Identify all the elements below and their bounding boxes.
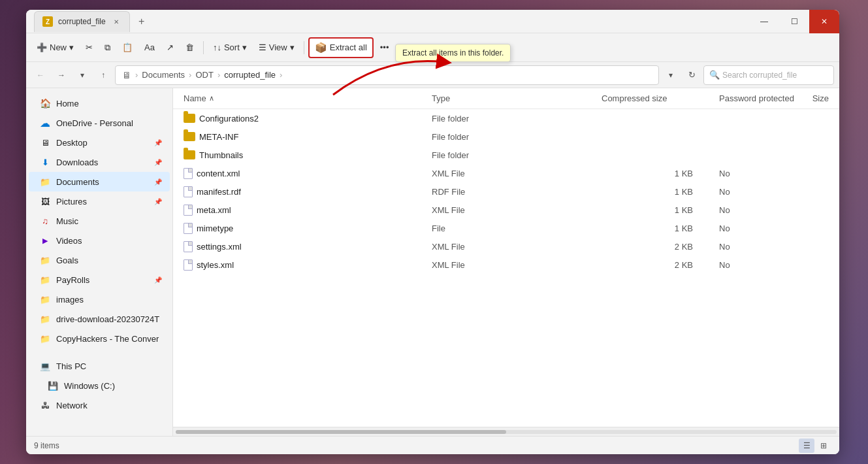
delete-button[interactable]: 🗑 <box>180 37 199 58</box>
file-type-cell: XML File <box>432 205 602 215</box>
extract-all-button[interactable]: 📦 Extract all <box>308 37 374 58</box>
table-row[interactable]: settings.xml XML File 2 KB No <box>173 237 839 256</box>
col-header-type[interactable]: Type <box>432 93 602 103</box>
main-content: Home OneDrive - Personal Desktop 📌 Downl… <box>26 88 839 436</box>
sidebar-item-goals[interactable]: Goals <box>29 250 170 270</box>
file-password-cell: No <box>719 260 811 270</box>
tab-folder-icon: Z <box>42 16 53 27</box>
table-row[interactable]: mimetype File 1 KB No <box>173 219 839 237</box>
table-row[interactable]: META-INF File folder <box>173 127 839 146</box>
windowsc-icon <box>47 380 59 391</box>
file-compressed-cell: 1 KB <box>602 187 719 197</box>
tab-bar: Z corrupted_file ✕ + <box>34 10 749 33</box>
table-row[interactable]: content.xml XML File 1 KB No <box>173 164 839 182</box>
table-row[interactable]: Configurations2 File folder <box>173 109 839 127</box>
file-name-cell: content.xml <box>184 168 432 179</box>
sidebar-item-downloads[interactable]: Downloads 📌 <box>29 152 170 172</box>
file-name-cell: styles.xml <box>184 259 432 271</box>
file-type-cell: RDF File <box>432 187 602 197</box>
sidebar-item-windowsc[interactable]: Windows (C:) <box>29 376 170 395</box>
file-doc-icon <box>184 186 193 197</box>
sidebar-item-documents[interactable]: Documents 📌 <box>29 172 170 191</box>
folder-icon <box>184 114 195 123</box>
item-count: 9 items <box>34 441 59 450</box>
tab-close-button[interactable]: ✕ <box>111 16 121 27</box>
desktop-icon <box>39 137 51 148</box>
list-view-button[interactable]: ☰ <box>799 439 814 453</box>
table-row[interactable]: styles.xml XML File 2 KB No <box>173 256 839 274</box>
h-scroll-thumb[interactable] <box>176 430 506 434</box>
file-name-cell: Thumbnails <box>184 150 432 160</box>
file-list-header: Name ∧ Type Compressed size Password pro… <box>173 88 839 109</box>
pin-pictures: 📌 <box>154 198 162 205</box>
file-list: Configurations2 File folder META-INF Fil… <box>173 109 839 427</box>
file-type-cell: File <box>432 224 602 233</box>
sidebar-label-goals: Goals <box>56 256 162 265</box>
sidebar-item-network[interactable]: Network <box>29 395 170 415</box>
sidebar-item-desktop[interactable]: Desktop 📌 <box>29 133 170 152</box>
file-compressed-cell: 2 KB <box>602 242 719 252</box>
breadcrumb-documents[interactable]: Documents <box>142 70 185 80</box>
pin-desktop: 📌 <box>154 139 162 146</box>
dropdown-button[interactable]: ▾ <box>73 66 91 84</box>
cut-icon: ✂ <box>86 42 93 52</box>
sidebar-item-videos[interactable]: Videos <box>29 231 170 250</box>
sidebar-item-onedrive[interactable]: OneDrive - Personal <box>29 113 170 133</box>
h-scrollbar[interactable] <box>173 427 839 436</box>
back-button[interactable]: ← <box>31 66 50 84</box>
paste-button[interactable]: 📋 <box>117 37 138 58</box>
sidebar-item-pictures[interactable]: Pictures 📌 <box>29 191 170 211</box>
table-row[interactable]: manifest.rdf RDF File 1 KB No <box>173 182 839 201</box>
sort-button[interactable]: ↑↓ Sort ▾ <box>208 37 252 58</box>
minimize-button[interactable]: — <box>749 10 779 33</box>
breadcrumb-odt[interactable]: ODT <box>195 70 213 80</box>
col-header-compressed[interactable]: Compressed size <box>602 93 719 103</box>
up-button[interactable]: ↑ <box>94 66 112 84</box>
sidebar-item-thispc[interactable]: This PC <box>29 356 170 376</box>
file-type-cell: File folder <box>432 132 602 142</box>
sidebar-item-music[interactable]: Music <box>29 211 170 231</box>
address-input[interactable]: 🖥 › Documents › ODT › corrupted_file › <box>115 65 659 85</box>
cut-button[interactable]: ✂ <box>80 37 98 58</box>
new-tab-button[interactable]: + <box>133 12 151 31</box>
file-password-cell: No <box>719 242 811 252</box>
h-scroll-track[interactable] <box>176 430 837 434</box>
grid-view-button[interactable]: ⊞ <box>816 439 831 453</box>
file-type-cell: XML File <box>432 169 602 178</box>
file-doc-icon <box>184 205 193 216</box>
paste-icon: 📋 <box>122 42 133 52</box>
sidebar-item-drive-download[interactable]: drive-download-20230724T <box>29 309 170 329</box>
active-tab[interactable]: Z corrupted_file ✕ <box>34 11 130 32</box>
sidebar-item-images[interactable]: images <box>29 290 170 309</box>
images-icon <box>39 293 51 305</box>
col-header-password[interactable]: Password protected <box>719 93 811 103</box>
file-type-cell: File folder <box>432 114 602 124</box>
new-button[interactable]: ➕ New ▾ <box>31 37 79 58</box>
view-button[interactable]: ☰ View ▾ <box>253 37 300 58</box>
address-bar: ← → ▾ ↑ 🖥 › Documents › ODT › corrupted_… <box>26 62 839 88</box>
refresh-button[interactable]: ↻ <box>683 66 701 84</box>
new-icon: ➕ <box>37 42 47 52</box>
col-header-size[interactable]: Size <box>811 93 829 103</box>
maximize-button[interactable]: ☐ <box>779 10 809 33</box>
search-box[interactable]: 🔍 Search corrupted_file <box>703 65 834 85</box>
close-button[interactable]: ✕ <box>809 10 839 33</box>
music-icon <box>39 215 51 227</box>
sidebar-item-copyhackers[interactable]: CopyHackers - The Conver <box>29 329 170 348</box>
forward-button[interactable]: → <box>52 66 71 84</box>
file-password-cell: No <box>719 169 811 178</box>
rename-button[interactable]: Aa <box>139 37 160 58</box>
downloads-icon <box>39 156 51 168</box>
share-button[interactable]: ↗ <box>161 37 179 58</box>
pin-downloads: 📌 <box>154 159 162 166</box>
expand-button[interactable]: ▾ <box>662 66 680 84</box>
copy-button[interactable]: ⧉ <box>99 37 116 58</box>
sidebar-item-payrolls[interactable]: PayRolls 📌 <box>29 270 170 290</box>
sidebar-label-payrolls: PayRolls <box>56 275 149 285</box>
sidebar-item-home[interactable]: Home <box>29 93 170 113</box>
sidebar-label-windowsc: Windows (C:) <box>64 381 162 391</box>
more-button[interactable]: ••• <box>375 37 394 58</box>
table-row[interactable]: meta.xml XML File 1 KB No <box>173 201 839 219</box>
col-header-name[interactable]: Name ∧ <box>184 93 432 103</box>
table-row[interactable]: Thumbnails File folder <box>173 146 839 164</box>
